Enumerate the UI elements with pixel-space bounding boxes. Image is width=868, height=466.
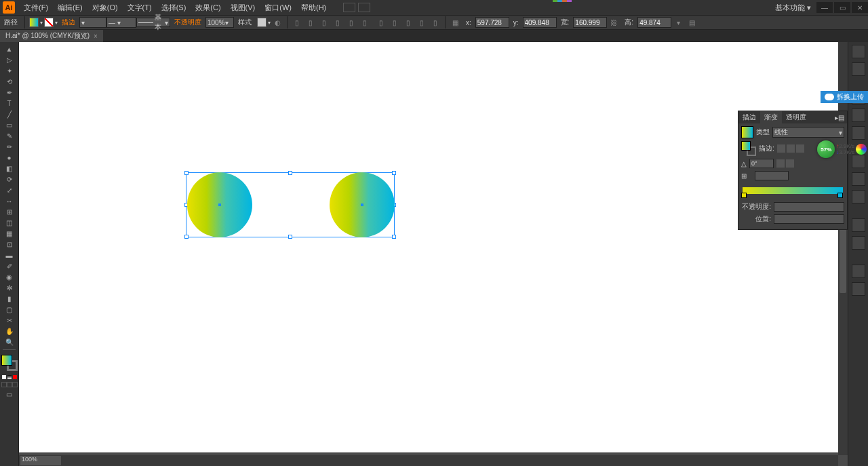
lasso-tool[interactable]: ⟲ (1, 76, 18, 87)
panel-fill-stroke[interactable] (741, 141, 756, 156)
shape-builder-tool[interactable]: ◫ (1, 217, 18, 228)
stroke-swatch[interactable] (44, 18, 54, 27)
menu-view[interactable]: 视图(V) (226, 0, 260, 15)
column-graph-tool[interactable]: ▮ (1, 293, 18, 304)
menu-edit[interactable]: 编辑(E) (53, 0, 87, 15)
dock-color-guide-icon[interactable] (852, 62, 865, 76)
dock-layers-icon[interactable] (852, 265, 865, 278)
aspect-input[interactable] (755, 171, 789, 180)
panel-tab-transparency[interactable]: 透明度 (782, 111, 810, 123)
pencil-tool[interactable]: ✏ (1, 141, 18, 152)
menu-type[interactable]: 文字(T) (123, 0, 157, 15)
handle-nw[interactable] (184, 171, 189, 175)
distribute-h-icon[interactable]: ▯ (376, 17, 387, 28)
maximize-button[interactable]: ▭ (834, 2, 850, 13)
layout-icon-1[interactable] (343, 3, 355, 12)
close-button[interactable]: ✕ (852, 2, 868, 13)
stop-opacity-dropdown[interactable] (774, 202, 844, 212)
gradient-type-dropdown[interactable]: 线性▾ (772, 127, 844, 138)
align-hcenter-icon[interactable]: ▯ (305, 17, 316, 28)
magic-wand-tool[interactable]: ✦ (1, 65, 18, 76)
network-ball-icon[interactable] (856, 144, 867, 155)
panel-tab-gradient[interactable]: 渐变 (760, 111, 782, 123)
draw-mode-row[interactable] (0, 382, 18, 387)
handle-ne[interactable] (392, 171, 396, 175)
perspective-grid-tool[interactable]: ▦ (1, 228, 18, 239)
scrollbar-vertical[interactable] (838, 42, 848, 455)
dock-color-icon[interactable] (852, 45, 865, 58)
stroke-weight-dropdown[interactable]: ▾ (79, 17, 106, 28)
network-widget[interactable]: 57% 2.9K/s 3.7K/s (817, 140, 867, 158)
minimize-button[interactable]: — (816, 2, 833, 13)
dock-transparency-icon[interactable] (852, 190, 865, 203)
menu-help[interactable]: 帮助(H) (296, 0, 331, 15)
gradient-circle-1[interactable] (187, 172, 252, 237)
dock-appearance-icon[interactable] (852, 218, 865, 232)
dock-symbols-icon[interactable] (852, 126, 865, 140)
dock-brushes-icon[interactable] (852, 109, 865, 122)
gradient-slider[interactable] (741, 185, 844, 198)
distribute-spacing-v-icon[interactable]: ▯ (416, 17, 427, 28)
stroke-dash-dropdown[interactable]: 基本 ▾ (136, 18, 170, 27)
type-tool[interactable]: T (1, 98, 18, 109)
distribute-v-icon[interactable]: ▯ (389, 17, 400, 28)
width-tool[interactable]: ↔ (1, 195, 18, 206)
fill-swatch[interactable] (29, 18, 39, 27)
selection-tool[interactable]: ▲ (1, 43, 18, 54)
transform-icon[interactable]: ▦ (450, 17, 460, 28)
align-vcenter-icon[interactable]: ▯ (346, 17, 357, 28)
menu-effect[interactable]: 效果(C) (191, 0, 225, 15)
paintbrush-tool[interactable]: ✎ (1, 130, 18, 141)
menu-object[interactable]: 对象(O) (87, 0, 123, 15)
workspace-switcher[interactable]: 基本功能 ▾ (771, 3, 815, 13)
w-input[interactable] (573, 17, 607, 28)
scale-tool[interactable]: ⤢ (1, 185, 18, 195)
slice-tool[interactable]: ✂ (1, 315, 18, 326)
fill-stroke-control[interactable] (1, 355, 18, 371)
direct-selection-tool[interactable]: ▷ (1, 54, 18, 65)
handle-s[interactable] (288, 235, 292, 239)
screen-mode-tool[interactable]: ▭ (1, 389, 18, 400)
color-mode-row[interactable] (0, 375, 18, 379)
recolor-icon[interactable]: ◐ (272, 17, 283, 28)
artboard-tool[interactable]: ▢ (1, 304, 18, 315)
document-tab[interactable]: H.ai* @ 100% (CMYK/预览) × (0, 30, 103, 42)
panel-tab-stroke[interactable]: 描边 (738, 111, 760, 123)
stroke-gradient-mode[interactable] (777, 144, 804, 153)
align-top-icon[interactable]: ▯ (332, 17, 343, 28)
dock-gradient-icon[interactable] (852, 172, 865, 186)
panel-menu-icon[interactable]: ▸▤ (832, 114, 847, 121)
dock-graphic-styles-icon[interactable] (852, 236, 865, 250)
eraser-tool[interactable]: ◧ (1, 163, 18, 174)
style-swatch[interactable] (257, 18, 267, 27)
handle-sw[interactable] (184, 235, 189, 239)
distribute-spacing-h-icon[interactable]: ▯ (403, 17, 414, 28)
rotate-tool[interactable]: ⟳ (1, 174, 18, 185)
zoom-dropdown[interactable]: 100% (20, 456, 61, 465)
canvas-area[interactable]: 100% (19, 42, 848, 466)
blend-tool[interactable]: ◉ (1, 271, 18, 282)
menu-file[interactable]: 文件(F) (19, 0, 53, 15)
align-bottom-icon[interactable]: ▯ (359, 17, 370, 28)
link-wh-icon[interactable]: ⛓ (608, 17, 619, 28)
blob-brush-tool[interactable]: ● (1, 152, 18, 163)
align-left-icon[interactable]: ▯ (292, 17, 302, 28)
opacity-dropdown[interactable]: 100%▾ (205, 17, 234, 28)
menu-window[interactable]: 窗口(W) (260, 0, 296, 15)
h-input[interactable] (637, 17, 671, 28)
aspect-controls[interactable] (776, 159, 794, 168)
x-input[interactable] (475, 17, 509, 28)
more-icon[interactable]: ▾ (673, 17, 684, 28)
handle-se[interactable] (392, 235, 396, 239)
gradient-preview-swatch[interactable] (741, 126, 753, 138)
gradient-stop-1[interactable] (741, 193, 747, 198)
line-tool[interactable]: ╱ (1, 109, 18, 119)
gradient-tool[interactable]: ▬ (1, 250, 18, 260)
symbol-sprayer-tool[interactable]: ✼ (1, 282, 18, 293)
stroke-profile-dropdown[interactable]: — ▾ (106, 17, 136, 28)
gradient-stop-2[interactable] (837, 193, 843, 198)
align-right-icon[interactable]: ▯ (319, 17, 330, 28)
y-input[interactable] (523, 17, 557, 28)
layout-icon-2[interactable] (358, 3, 370, 12)
stop-position-dropdown[interactable] (774, 214, 844, 224)
